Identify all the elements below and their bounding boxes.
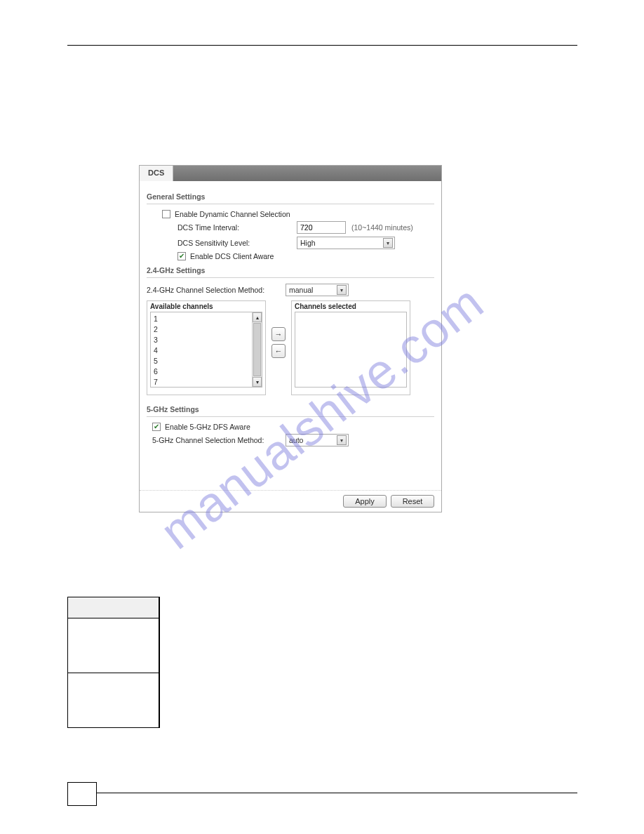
scroll-up-icon[interactable]: ▴: [253, 312, 262, 322]
checkbox-5ghz-dfs[interactable]: ✔: [152, 423, 161, 431]
select-24ghz-method-value: manual: [289, 286, 313, 294]
list-item[interactable]: 3: [154, 335, 259, 345]
tab-dcs[interactable]: DCS: [140, 166, 173, 181]
table-row: [68, 597, 160, 618]
select-5ghz-method[interactable]: auto ▾: [286, 434, 349, 446]
row-5ghz-dfs: ✔ Enable 5-GHz DFS Aware: [152, 423, 434, 431]
scroll-thumb[interactable]: [253, 323, 261, 376]
reset-button[interactable]: Reset: [391, 495, 434, 508]
arrow-right-icon: →: [275, 330, 283, 338]
row-enable-dcs: Enable Dynamic Channel Selection: [162, 210, 434, 218]
select-5ghz-method-value: auto: [289, 436, 303, 444]
transfer-buttons: → ←: [271, 327, 286, 358]
dcs-window: DCS General Settings Enable Dynamic Chan…: [139, 165, 442, 512]
table-header-cell: [68, 597, 159, 618]
table-cell: [159, 618, 160, 673]
row-5ghz-method: 5-GHz Channel Selection Method: auto ▾: [152, 434, 434, 446]
label-client-aware: Enable DCS Client Aware: [190, 252, 274, 260]
scroll-down-icon[interactable]: ▾: [253, 377, 262, 387]
row-sensitivity: DCS Sensitivity Level: High ▾: [177, 237, 434, 249]
section-general-title: General Settings: [147, 192, 434, 201]
titlebar-spacer: [173, 166, 441, 181]
legend-selected: Channels selected: [295, 303, 407, 310]
section-5ghz-title: 5-GHz Settings: [147, 405, 434, 413]
list-item[interactable]: 7: [154, 377, 259, 388]
fieldset-available-channels: Available channels 1 2 3 4 5 6 7 ▴ ▾: [147, 300, 266, 395]
chevron-down-icon: ▾: [337, 285, 347, 295]
description-table: [67, 597, 160, 728]
row-client-aware: ✔ Enable DCS Client Aware: [177, 252, 434, 260]
chevron-down-icon: ▾: [337, 435, 347, 445]
label-24ghz-method: 2.4-GHz Channel Selection Method:: [147, 286, 286, 294]
label-5ghz-method: 5-GHz Channel Selection Method:: [152, 436, 286, 444]
select-sensitivity-value: High: [300, 239, 316, 247]
move-left-button[interactable]: ←: [271, 344, 286, 358]
move-right-button[interactable]: →: [271, 327, 286, 341]
table-cell: [68, 673, 159, 728]
page-number-box: [67, 782, 97, 806]
table-cell: [159, 673, 160, 728]
channel-transfer-group: Available channels 1 2 3 4 5 6 7 ▴ ▾: [147, 300, 434, 395]
listbox-selected-channels[interactable]: [295, 312, 407, 388]
list-item[interactable]: 1: [154, 314, 259, 324]
apply-button[interactable]: Apply: [343, 495, 387, 508]
page-footer-rule: [67, 793, 577, 793]
divider: [147, 416, 434, 417]
label-sensitivity: DCS Sensitivity Level:: [177, 239, 297, 247]
scrollbar-available[interactable]: ▴ ▾: [252, 312, 262, 387]
note-time-interval: (10~1440 minutes): [351, 223, 413, 232]
legend-available: Available channels: [150, 303, 262, 310]
checkbox-client-aware[interactable]: ✔: [177, 252, 186, 260]
list-item[interactable]: 4: [154, 345, 259, 356]
row-time-interval: DCS Time Interval: (10~1440 minutes): [177, 221, 434, 234]
list-item[interactable]: 6: [154, 366, 259, 377]
table-cell: [68, 618, 159, 673]
table-row: [68, 618, 160, 673]
chevron-down-icon: ▾: [383, 238, 393, 248]
fieldset-selected-channels: Channels selected: [291, 300, 410, 395]
row-24ghz-method: 2.4-GHz Channel Selection Method: manual…: [147, 284, 434, 296]
list-items-available: 1 2 3 4 5 6 7: [151, 312, 262, 388]
section-24ghz-title: 2.4-GHz Settings: [147, 266, 434, 274]
list-item[interactable]: 2: [154, 324, 259, 335]
label-enable-dcs: Enable Dynamic Channel Selection: [175, 210, 290, 218]
page-header-rule: [67, 45, 577, 46]
listbox-available-channels[interactable]: 1 2 3 4 5 6 7 ▴ ▾: [150, 312, 262, 388]
table-header-cell: [159, 597, 160, 618]
select-sensitivity[interactable]: High ▾: [297, 237, 395, 249]
button-row: Apply Reset: [140, 490, 441, 512]
table-row: [68, 673, 160, 728]
checkbox-enable-dcs[interactable]: [162, 210, 170, 218]
label-time-interval: DCS Time Interval:: [177, 223, 297, 232]
select-24ghz-method[interactable]: manual ▾: [286, 284, 349, 296]
label-5ghz-dfs: Enable 5-GHz DFS Aware: [165, 423, 250, 431]
arrow-left-icon: ←: [275, 347, 283, 355]
input-time-interval[interactable]: [297, 221, 346, 234]
list-item[interactable]: 5: [154, 356, 259, 366]
window-titlebar: DCS: [140, 166, 441, 181]
divider: [147, 204, 434, 204]
divider: [147, 277, 434, 278]
